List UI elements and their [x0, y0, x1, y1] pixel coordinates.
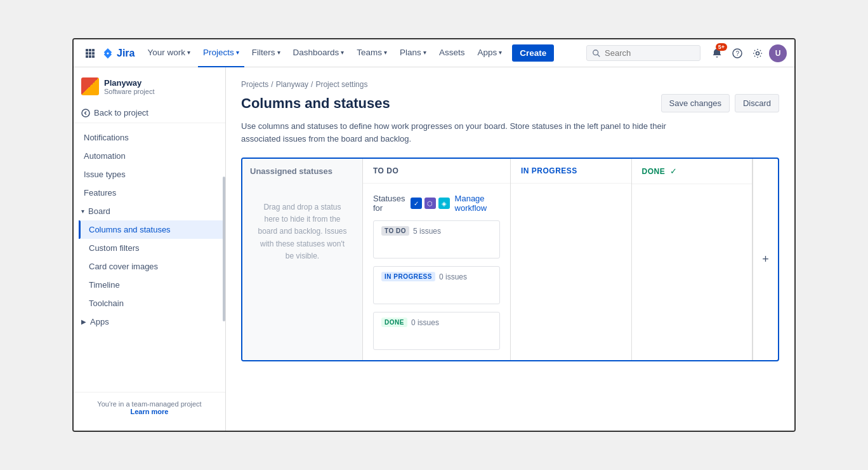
- project-type: Software project: [104, 88, 154, 95]
- search-box[interactable]: [586, 45, 700, 61]
- sidebar-group-apps[interactable]: ▶ Apps: [74, 312, 225, 331]
- sidebar-item-columns-statuses[interactable]: Columns and statuses: [79, 220, 225, 239]
- nav-assets[interactable]: Assets: [434, 39, 470, 67]
- apps-grid-icon[interactable]: [81, 44, 99, 62]
- breadcrumb-project-settings: Project settings: [315, 80, 367, 89]
- breadcrumb-planyway[interactable]: Planyway: [276, 80, 308, 89]
- avatar[interactable]: U: [769, 44, 787, 62]
- sidebar-item-label: Toolchain: [89, 299, 124, 308]
- done-col-header: DONE ✓: [632, 159, 753, 184]
- chevron-down-icon: ▾: [341, 49, 344, 56]
- scroll-indicator: [223, 177, 225, 322]
- page-description: Use columns and statuses to define how w…: [241, 120, 673, 145]
- wf-icon-blue: ✓: [411, 198, 422, 209]
- jira-logo[interactable]: Jira: [102, 47, 135, 60]
- statuses-section: Statuses for ✓ ⬡ ◈ Manage workflow: [363, 184, 510, 360]
- discard-button[interactable]: Discard: [735, 94, 779, 112]
- sidebar-section-settings: Notifications Automation Issue types Fea…: [74, 127, 225, 332]
- chevron-right-icon: ▶: [81, 318, 86, 325]
- save-changes-button[interactable]: Save changes: [661, 94, 730, 112]
- project-icon: [81, 77, 99, 95]
- page-header: Columns and statuses Save changes Discar…: [241, 94, 779, 112]
- done-issues: 0 issues: [411, 318, 439, 327]
- nav-dashboards[interactable]: Dashboards ▾: [288, 39, 350, 67]
- plus-icon: +: [762, 253, 769, 266]
- svg-rect-0: [86, 49, 88, 51]
- sidebar-item-label: Notifications: [84, 133, 129, 142]
- done-check-icon: ✓: [670, 166, 677, 176]
- sidebar-group-label: Apps: [90, 317, 109, 326]
- sidebar-item-custom-filters[interactable]: Custom filters: [79, 239, 225, 257]
- sidebar-item-features[interactable]: Features: [74, 184, 225, 202]
- inprogress-column: IN PROGRESS: [511, 159, 632, 360]
- todo-badge: TO DO: [381, 226, 409, 236]
- wf-icon-teal: ◈: [438, 198, 450, 209]
- chevron-down-icon: ▾: [277, 49, 280, 56]
- sidebar-item-label: Automation: [84, 151, 126, 161]
- breadcrumb: Projects / Planyway / Project settings: [241, 80, 779, 89]
- todo-label: TO DO: [373, 166, 398, 175]
- settings-button[interactable]: [749, 44, 766, 62]
- main-layout: Planyway Software project Back to projec…: [74, 67, 794, 431]
- browser-window: Jira Your work ▾ Projects ▾ Filters ▾ Da…: [72, 38, 796, 432]
- chevron-down-icon: ▾: [236, 49, 239, 56]
- notifications-button[interactable]: 5+: [708, 44, 726, 62]
- inprogress-col-header: IN PROGRESS: [511, 159, 631, 184]
- main-content: Projects / Planyway / Project settings C…: [226, 67, 794, 431]
- create-button[interactable]: Create: [512, 44, 554, 62]
- add-column-button[interactable]: +: [753, 159, 778, 360]
- sidebar-item-label: Custom filters: [89, 243, 139, 253]
- nav-plans[interactable]: Plans ▾: [395, 39, 431, 67]
- unassigned-title: Unassigned statuses: [250, 166, 355, 176]
- manage-workflow-link[interactable]: Manage workflow: [455, 194, 500, 213]
- sidebar-item-notifications[interactable]: Notifications: [74, 128, 225, 147]
- page-actions: Save changes Discard: [661, 94, 779, 112]
- sidebar-group-board[interactable]: ▾ Board: [74, 202, 225, 220]
- sidebar-item-toolchain[interactable]: Toolchain: [79, 294, 225, 312]
- sidebar-group-label: Board: [88, 206, 110, 216]
- svg-rect-2: [92, 49, 95, 51]
- search-input[interactable]: [605, 48, 681, 58]
- chevron-down-icon: ▾: [423, 49, 426, 56]
- sidebar-item-automation[interactable]: Automation: [74, 147, 225, 165]
- wf-icon-purple: ⬡: [424, 198, 436, 209]
- search-icon: [592, 49, 601, 58]
- todo-col-header: TO DO: [363, 159, 510, 184]
- gear-icon: [753, 48, 763, 58]
- back-arrow-icon: [81, 109, 90, 117]
- columns-board: Unassigned statuses Drag and drop a stat…: [241, 158, 779, 361]
- help-icon: ?: [732, 48, 742, 58]
- svg-rect-4: [89, 52, 91, 55]
- statuses-for-label: Statuses for: [373, 194, 405, 213]
- chevron-down-icon: ▾: [187, 49, 190, 56]
- inprogress-issues: 0 issues: [439, 272, 467, 281]
- sidebar-item-issue-types[interactable]: Issue types: [74, 165, 225, 184]
- sidebar-item-label: Timeline: [89, 280, 120, 290]
- sidebar-item-label: Card cover images: [89, 262, 158, 271]
- done-label: DONE: [642, 167, 666, 176]
- svg-rect-5: [92, 52, 95, 55]
- svg-text:?: ?: [736, 50, 740, 57]
- nav-your-work[interactable]: Your work ▾: [142, 39, 195, 67]
- sidebar-board-children: Columns and statuses Custom filters Card…: [74, 220, 225, 312]
- status-cards: TO DO 5 issues IN PROGRESS 0 issues: [373, 220, 500, 350]
- sidebar-item-card-cover[interactable]: Card cover images: [79, 257, 225, 276]
- nav-icon-group: 5+ ? U: [708, 44, 787, 62]
- chevron-down-icon: ▾: [499, 49, 502, 56]
- done-status-card: DONE 0 issues: [373, 312, 500, 350]
- breadcrumb-projects[interactable]: Projects: [241, 80, 268, 89]
- done-column: DONE ✓: [632, 159, 753, 360]
- logo-text: Jira: [117, 48, 135, 59]
- help-button[interactable]: ?: [728, 44, 746, 62]
- project-name: Planyway: [104, 78, 154, 88]
- chevron-down-icon: ▾: [81, 208, 84, 215]
- nav-teams[interactable]: Teams ▾: [352, 39, 392, 67]
- back-to-project-button[interactable]: Back to project: [74, 103, 225, 123]
- nav-projects[interactable]: Projects ▾: [198, 39, 244, 67]
- svg-rect-7: [89, 55, 91, 58]
- nav-filters[interactable]: Filters ▾: [247, 39, 286, 67]
- nav-apps[interactable]: Apps ▾: [472, 39, 507, 67]
- sidebar-item-timeline[interactable]: Timeline: [79, 276, 225, 294]
- learn-more-link[interactable]: Learn more: [131, 408, 169, 415]
- svg-line-10: [598, 54, 600, 57]
